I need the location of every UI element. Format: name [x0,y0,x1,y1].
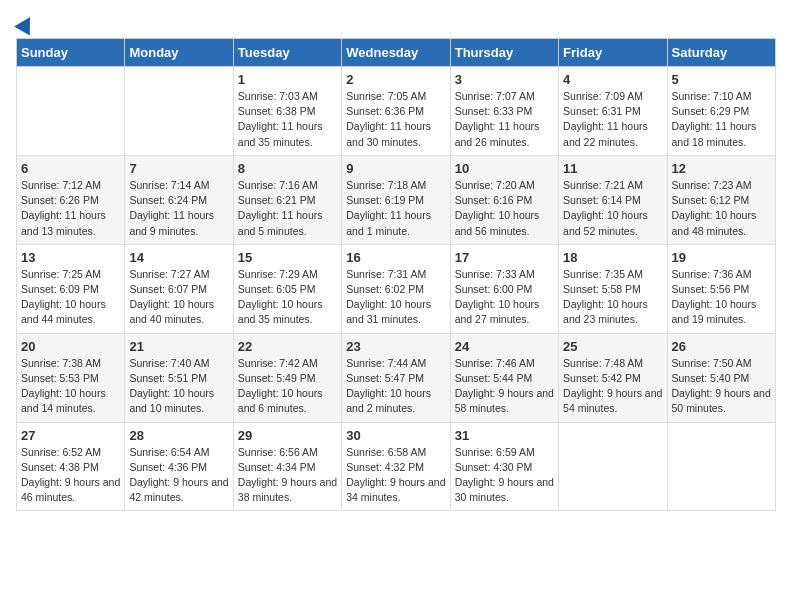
day-info: Sunrise: 7:03 AM Sunset: 6:38 PM Dayligh… [238,89,337,150]
day-info: Sunrise: 7:27 AM Sunset: 6:07 PM Dayligh… [129,267,228,328]
calendar-cell [559,422,667,511]
calendar-cell: 11Sunrise: 7:21 AM Sunset: 6:14 PM Dayli… [559,155,667,244]
day-info: Sunrise: 7:21 AM Sunset: 6:14 PM Dayligh… [563,178,662,239]
calendar-cell: 4Sunrise: 7:09 AM Sunset: 6:31 PM Daylig… [559,67,667,156]
day-info: Sunrise: 6:59 AM Sunset: 4:30 PM Dayligh… [455,445,554,506]
calendar-cell [17,67,125,156]
day-info: Sunrise: 7:33 AM Sunset: 6:00 PM Dayligh… [455,267,554,328]
calendar-cell: 22Sunrise: 7:42 AM Sunset: 5:49 PM Dayli… [233,333,341,422]
week-row-2: 6Sunrise: 7:12 AM Sunset: 6:26 PM Daylig… [17,155,776,244]
day-number: 4 [563,72,662,87]
day-info: Sunrise: 7:16 AM Sunset: 6:21 PM Dayligh… [238,178,337,239]
day-header-thursday: Thursday [450,39,558,67]
day-number: 30 [346,428,445,443]
calendar-cell: 26Sunrise: 7:50 AM Sunset: 5:40 PM Dayli… [667,333,775,422]
calendar-cell: 13Sunrise: 7:25 AM Sunset: 6:09 PM Dayli… [17,244,125,333]
week-row-5: 27Sunrise: 6:52 AM Sunset: 4:38 PM Dayli… [17,422,776,511]
day-number: 26 [672,339,771,354]
day-number: 11 [563,161,662,176]
calendar-cell: 1Sunrise: 7:03 AM Sunset: 6:38 PM Daylig… [233,67,341,156]
days-header-row: SundayMondayTuesdayWednesdayThursdayFrid… [17,39,776,67]
day-info: Sunrise: 7:36 AM Sunset: 5:56 PM Dayligh… [672,267,771,328]
calendar-cell [667,422,775,511]
day-number: 22 [238,339,337,354]
calendar-cell: 16Sunrise: 7:31 AM Sunset: 6:02 PM Dayli… [342,244,450,333]
day-info: Sunrise: 7:40 AM Sunset: 5:51 PM Dayligh… [129,356,228,417]
calendar-cell: 25Sunrise: 7:48 AM Sunset: 5:42 PM Dayli… [559,333,667,422]
calendar-cell: 7Sunrise: 7:14 AM Sunset: 6:24 PM Daylig… [125,155,233,244]
day-header-friday: Friday [559,39,667,67]
day-info: Sunrise: 7:25 AM Sunset: 6:09 PM Dayligh… [21,267,120,328]
day-info: Sunrise: 7:23 AM Sunset: 6:12 PM Dayligh… [672,178,771,239]
day-number: 7 [129,161,228,176]
calendar-table: SundayMondayTuesdayWednesdayThursdayFrid… [16,38,776,511]
day-number: 8 [238,161,337,176]
day-number: 24 [455,339,554,354]
day-number: 17 [455,250,554,265]
calendar-cell: 28Sunrise: 6:54 AM Sunset: 4:36 PM Dayli… [125,422,233,511]
calendar-cell: 19Sunrise: 7:36 AM Sunset: 5:56 PM Dayli… [667,244,775,333]
day-number: 13 [21,250,120,265]
day-number: 5 [672,72,771,87]
calendar-cell: 10Sunrise: 7:20 AM Sunset: 6:16 PM Dayli… [450,155,558,244]
week-row-3: 13Sunrise: 7:25 AM Sunset: 6:09 PM Dayli… [17,244,776,333]
calendar-cell: 14Sunrise: 7:27 AM Sunset: 6:07 PM Dayli… [125,244,233,333]
day-info: Sunrise: 6:54 AM Sunset: 4:36 PM Dayligh… [129,445,228,506]
day-info: Sunrise: 7:48 AM Sunset: 5:42 PM Dayligh… [563,356,662,417]
day-number: 25 [563,339,662,354]
day-number: 2 [346,72,445,87]
day-info: Sunrise: 7:14 AM Sunset: 6:24 PM Dayligh… [129,178,228,239]
calendar-cell: 9Sunrise: 7:18 AM Sunset: 6:19 PM Daylig… [342,155,450,244]
day-header-tuesday: Tuesday [233,39,341,67]
day-info: Sunrise: 7:20 AM Sunset: 6:16 PM Dayligh… [455,178,554,239]
day-header-wednesday: Wednesday [342,39,450,67]
week-row-4: 20Sunrise: 7:38 AM Sunset: 5:53 PM Dayli… [17,333,776,422]
day-number: 15 [238,250,337,265]
page-header [16,16,776,30]
day-info: Sunrise: 7:12 AM Sunset: 6:26 PM Dayligh… [21,178,120,239]
calendar-cell: 27Sunrise: 6:52 AM Sunset: 4:38 PM Dayli… [17,422,125,511]
calendar-cell: 15Sunrise: 7:29 AM Sunset: 6:05 PM Dayli… [233,244,341,333]
calendar-cell: 21Sunrise: 7:40 AM Sunset: 5:51 PM Dayli… [125,333,233,422]
calendar-cell: 6Sunrise: 7:12 AM Sunset: 6:26 PM Daylig… [17,155,125,244]
day-info: Sunrise: 7:10 AM Sunset: 6:29 PM Dayligh… [672,89,771,150]
day-number: 12 [672,161,771,176]
calendar-cell: 17Sunrise: 7:33 AM Sunset: 6:00 PM Dayli… [450,244,558,333]
day-number: 31 [455,428,554,443]
calendar-cell: 29Sunrise: 6:56 AM Sunset: 4:34 PM Dayli… [233,422,341,511]
calendar-cell: 24Sunrise: 7:46 AM Sunset: 5:44 PM Dayli… [450,333,558,422]
logo [16,16,35,30]
day-number: 20 [21,339,120,354]
day-info: Sunrise: 6:56 AM Sunset: 4:34 PM Dayligh… [238,445,337,506]
day-info: Sunrise: 7:29 AM Sunset: 6:05 PM Dayligh… [238,267,337,328]
day-info: Sunrise: 7:09 AM Sunset: 6:31 PM Dayligh… [563,89,662,150]
calendar-cell: 5Sunrise: 7:10 AM Sunset: 6:29 PM Daylig… [667,67,775,156]
day-number: 28 [129,428,228,443]
day-info: Sunrise: 7:18 AM Sunset: 6:19 PM Dayligh… [346,178,445,239]
day-info: Sunrise: 7:05 AM Sunset: 6:36 PM Dayligh… [346,89,445,150]
calendar-cell: 2Sunrise: 7:05 AM Sunset: 6:36 PM Daylig… [342,67,450,156]
day-number: 16 [346,250,445,265]
day-info: Sunrise: 7:50 AM Sunset: 5:40 PM Dayligh… [672,356,771,417]
day-header-sunday: Sunday [17,39,125,67]
day-info: Sunrise: 7:44 AM Sunset: 5:47 PM Dayligh… [346,356,445,417]
day-number: 21 [129,339,228,354]
day-number: 27 [21,428,120,443]
calendar-cell: 31Sunrise: 6:59 AM Sunset: 4:30 PM Dayli… [450,422,558,511]
day-number: 1 [238,72,337,87]
calendar-cell: 3Sunrise: 7:07 AM Sunset: 6:33 PM Daylig… [450,67,558,156]
day-number: 6 [21,161,120,176]
calendar-cell: 20Sunrise: 7:38 AM Sunset: 5:53 PM Dayli… [17,333,125,422]
day-info: Sunrise: 7:42 AM Sunset: 5:49 PM Dayligh… [238,356,337,417]
day-info: Sunrise: 7:38 AM Sunset: 5:53 PM Dayligh… [21,356,120,417]
calendar-cell [125,67,233,156]
day-number: 19 [672,250,771,265]
day-info: Sunrise: 6:52 AM Sunset: 4:38 PM Dayligh… [21,445,120,506]
calendar-cell: 23Sunrise: 7:44 AM Sunset: 5:47 PM Dayli… [342,333,450,422]
day-number: 14 [129,250,228,265]
calendar-cell: 18Sunrise: 7:35 AM Sunset: 5:58 PM Dayli… [559,244,667,333]
week-row-1: 1Sunrise: 7:03 AM Sunset: 6:38 PM Daylig… [17,67,776,156]
day-number: 10 [455,161,554,176]
day-number: 3 [455,72,554,87]
day-number: 23 [346,339,445,354]
